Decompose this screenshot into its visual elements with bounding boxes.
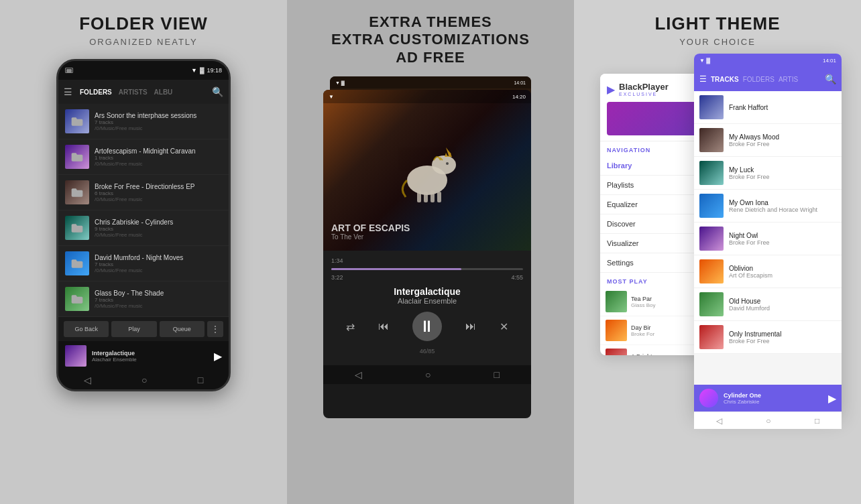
track-row[interactable]: Old House David Mumford <box>694 288 842 321</box>
track-row[interactable]: Night Owl Broke For Free <box>694 223 842 255</box>
light-tab-bar: ☰ TRACKS FOLDERS ARTIS 🔍 <box>694 67 842 91</box>
search-icon-1[interactable]: 🔍 <box>212 86 223 97</box>
track-info: My Always Mood Broke For Free <box>729 133 779 147</box>
shuffle-button[interactable]: ⇄ <box>346 320 355 333</box>
folder-tracks: 7 tracks <box>95 297 222 303</box>
folder-item[interactable]: David Mumford - Night Moves 7 tracks /0/… <box>58 246 229 281</box>
folder-name: Glass Boy - The Shade <box>95 290 222 297</box>
folder-path: /0/Music/Free music <box>95 125 222 131</box>
track-row[interactable]: Only Instrumental Broke For Free <box>694 321 842 354</box>
hamburger-light[interactable]: ☰ <box>699 74 707 84</box>
home-nav-icon[interactable]: ○ <box>141 375 147 385</box>
panel2-line3: AD FREE <box>396 49 465 66</box>
track-row[interactable]: My Always Mood Broke For Free <box>694 124 842 157</box>
close-button[interactable]: ✕ <box>500 320 508 333</box>
mini-player-title-1: Intergalactique <box>92 350 209 357</box>
progress-bar[interactable] <box>331 268 523 270</box>
tab-artists[interactable]: ARTISTS <box>115 88 151 96</box>
recents-nav-icon[interactable]: □ <box>198 375 203 385</box>
progress-fill <box>331 268 461 270</box>
track-art <box>699 194 724 218</box>
mini-play-button-1[interactable]: ▶ <box>214 350 222 363</box>
tab-albums[interactable]: ALBU <box>151 88 176 96</box>
tab-artists-light[interactable]: ARTIS <box>779 76 798 83</box>
most-played-info: A Bright Art Of <box>631 353 652 356</box>
queue-button[interactable]: Queue <box>160 321 205 337</box>
folder-name: Ars Sonor the interphase sessions <box>95 112 222 119</box>
phone-nav-2: ◁ ○ □ <box>323 365 531 384</box>
track-artist-player: Alaclair Ensemble <box>331 297 523 305</box>
album-art-front: ▼ 14:20 <box>323 90 531 251</box>
track-name: Oblivion <box>729 265 772 272</box>
panel-themes: EXTRA THEMES EXTRA CUSTOMIZATIONS AD FRE… <box>287 0 574 504</box>
hamburger-icon[interactable]: ☰ <box>64 86 72 97</box>
most-played-artist: Glass Boy <box>631 302 655 308</box>
back-nav-2[interactable]: ◁ <box>355 369 362 380</box>
folder-name: Broke For Free - Directionless EP <box>95 183 222 190</box>
tab-folders[interactable]: FOLDERS <box>76 88 115 96</box>
phone-header-1: ☰ FOLDERS ARTISTS ALBU 🔍 <box>58 80 229 104</box>
player-controls: ⇄ ⏮ ⏸ ⏭ ✕ <box>331 305 523 348</box>
panel1-subtitle: ORGANIZED NEATLY <box>89 37 198 47</box>
time-elapsed: 1:34 <box>331 257 523 264</box>
folder-item[interactable]: Broke For Free - Directionless EP 6 trac… <box>58 175 229 210</box>
mini-play-light[interactable]: ▶ <box>828 392 836 405</box>
recents-nav-2[interactable]: □ <box>494 369 500 380</box>
folder-item[interactable]: Chris Zabriskie - Cylinders 9 tracks /0/… <box>58 210 229 246</box>
recents-nav-light[interactable]: □ <box>815 416 819 426</box>
track-row[interactable]: Frank Haffort <box>694 91 842 124</box>
track-row[interactable]: My Own Iona Rene Dietrich and Horace Wri… <box>694 190 842 223</box>
folder-list: Ars Sonor the interphase sessions 7 trac… <box>58 104 229 317</box>
mini-player-1: Intergalactique Alachair Ensemble ▶ <box>58 341 229 371</box>
light-wifi-icon: ▼ ▓ <box>699 58 710 64</box>
back-nav-icon[interactable]: ◁ <box>84 375 91 385</box>
play-button[interactable]: Play <box>111 321 156 337</box>
tab-tracks-light[interactable]: TRACKS <box>711 76 739 83</box>
track-row[interactable]: My Luck Broke For Free <box>694 157 842 190</box>
track-art <box>699 292 724 316</box>
go-back-button[interactable]: Go Back <box>64 321 109 337</box>
phone-nav-light: ◁ ○ □ <box>694 412 842 429</box>
home-nav-2[interactable]: ○ <box>425 369 431 380</box>
front-wifi-icon: ▼ <box>329 94 334 100</box>
front-time: 14:20 <box>512 94 526 100</box>
back-time: 14:01 <box>514 80 526 85</box>
folder-info: Artofescapism - Midnight Caravan 1 track… <box>95 147 222 167</box>
track-title-player: Intergalactique <box>331 286 523 297</box>
track-name: Only Instrumental <box>729 330 781 338</box>
battery-icon: ▓ <box>200 67 205 74</box>
track-artist: Art Of Escapism <box>729 272 772 279</box>
pause-button[interactable]: ⏸ <box>412 312 442 341</box>
album-sub-text: To The Ver <box>331 233 410 241</box>
most-played-info: Tea Par Glass Boy <box>631 296 655 308</box>
mini-player-info-1: Intergalactique Alachair Ensemble <box>92 350 209 363</box>
time-row: 3:22 4:55 <box>331 274 523 281</box>
next-button[interactable]: ⏭ <box>465 320 476 332</box>
statusbar-1: ▼ ▓ 19:18 <box>58 61 229 80</box>
more-options-button[interactable]: ⋮ <box>207 321 223 337</box>
panel3-title: LIGHT THEME <box>654 13 780 34</box>
panel2-line1: EXTRA THEMES <box>369 13 492 30</box>
track-art <box>699 259 724 284</box>
back-nav-light[interactable]: ◁ <box>716 416 722 426</box>
most-played-name: A Bright <box>631 353 652 356</box>
most-played-artist: Broke For <box>631 331 654 337</box>
search-icon-light[interactable]: 🔍 <box>825 74 836 84</box>
home-nav-light[interactable]: ○ <box>766 416 770 426</box>
folder-item[interactable]: Glass Boy - The Shade 7 tracks /0/Music/… <box>58 281 229 317</box>
mini-player-artist-1: Alachair Ensemble <box>92 357 209 363</box>
unicorn-illustration <box>387 130 467 210</box>
folder-item[interactable]: Artofescapism - Midnight Caravan 1 track… <box>58 139 229 175</box>
track-row[interactable]: Oblivion Art Of Escapism <box>694 255 842 288</box>
track-artist: Broke For Free <box>729 239 770 246</box>
tab-folders-light[interactable]: FOLDERS <box>743 76 774 83</box>
track-art <box>699 227 724 251</box>
phone-mock-1: ▼ ▓ 19:18 ☰ FOLDERS ARTISTS ALBU 🔍 Ars S… <box>56 59 231 391</box>
svg-point-7 <box>446 162 449 165</box>
prev-button[interactable]: ⏮ <box>378 320 389 332</box>
app-name: BlackPlayer <box>619 82 669 92</box>
track-name: Old House <box>729 298 770 305</box>
signal-icon <box>65 68 73 73</box>
folder-thumb <box>65 109 89 133</box>
folder-item[interactable]: Ars Sonor the interphase sessions 7 trac… <box>58 104 229 139</box>
